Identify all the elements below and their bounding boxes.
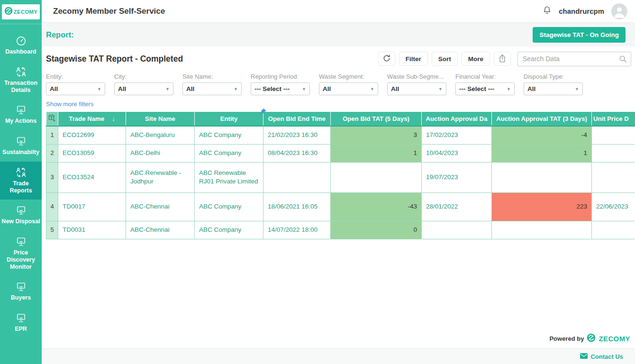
col-header-auction-approval-tat-3-days[interactable]: Auction Approval TAT (3 Days) [492,112,592,126]
select-value: All [527,85,535,92]
cell-open-bid-tat: -43 [331,192,422,221]
filter-group-waste-sub-segme: Waste Sub-Segme... All▼ [387,73,446,95]
table-row[interactable]: 2ECO13059ABC-DelhiABC Company08/04/2023 … [46,144,635,162]
monitor-icon [1,281,40,293]
people-icon [1,167,40,179]
powered-by-text: Powered by [549,335,584,342]
sidebar-item-label: Dashboard [1,48,40,55]
report-table-container: Trade Name↓Site NameEntityOpen Bid End T… [46,112,635,239]
select-columns-icon[interactable] [46,112,58,126]
entity-select[interactable]: All▼ [46,82,105,95]
waste-segment-select[interactable]: All▼ [319,82,378,95]
city-select[interactable]: All▼ [114,82,173,95]
cell-entity: ABC Company [195,144,263,162]
sidebar-item-new-disposal[interactable]: New Disposal [0,200,42,231]
export-button[interactable] [494,52,511,66]
people-icon [1,66,40,79]
footer-brand: ZECOMY [599,335,630,343]
gauge-icon [1,35,40,47]
cell-site-name: ABC-Chennai [126,221,195,239]
table-row[interactable]: 1ECO12699ABC-BengaluruABC Company21/02/2… [46,126,635,144]
row-number: 5 [46,221,58,239]
cell-entity: ABC Company [195,221,263,239]
cell-trade-name: TD0031 [58,221,126,239]
search-input[interactable] [517,52,631,66]
filter-label: Waste Sub-Segme... [387,73,446,80]
cell-auction-approval-date: 19/07/2023 [422,162,492,192]
user-name: chandrurcpm [559,7,604,15]
chevron-down-icon: ▼ [234,87,238,91]
cell-open-bid-end-time: 08/04/2023 16:30 [263,144,331,162]
sidebar-item-price-discovery-monitor[interactable]: Price Discovery Monitor [0,231,42,276]
financial-year-select[interactable]: --- Select ---▼ [455,82,515,95]
bottom-bar: Contact Us [42,348,635,364]
pin-icon[interactable] [258,107,267,118]
table-row[interactable]: 5TD0031ABC-ChennaiABC Company14/07/2022 … [46,221,635,239]
sidebar-item-trade-reports[interactable]: Trade Reports [0,162,42,200]
col-header-entity[interactable]: Entity [195,112,263,126]
cell-trade-name: ECO12699 [58,126,126,144]
zecomy-swirl-icon [4,7,13,17]
sidebar-item-label: EPR [1,326,40,333]
filter-label: Financial Year: [455,73,515,80]
report-strip: Report: Stagewise TAT - On Going [42,23,635,46]
monitor-icon [1,104,40,117]
header-right: chandrurcpm [543,3,627,19]
cell-trade-name: TD0017 [58,192,126,221]
cell-open-bid-tat: 3 [331,126,422,144]
sidebar-item-sustainabilty[interactable]: Sustainabilty [0,130,42,162]
title-row: Stagewise TAT Report - Completed Filter … [46,51,635,66]
table-row[interactable]: 4TD0017ABC-ChennaiABC Company18/06/2021 … [46,192,635,221]
top-header: Zecomy Member Self-Service chandrurcpm [42,0,635,23]
col-header-trade-name[interactable]: Trade Name↓ [58,112,126,126]
more-button[interactable]: More [462,52,490,66]
cell-auction-approval-date: 28/01/2022 [422,192,492,221]
report-content: Stagewise TAT Report - Completed Filter … [42,46,635,348]
sidebar-item-epr[interactable]: EPR [0,307,42,338]
show-more-filters-link[interactable]: Show more filters [46,100,93,108]
sidebar-nav: DashboardTransaction DetailsMy ActionsSu… [0,24,42,364]
cell-auction-approval-tat: -4 [492,126,592,144]
sidebar-item-transaction-details[interactable]: Transaction Details [0,61,42,100]
contact-us-link[interactable]: Contact Us [590,353,623,360]
sidebar-item-my-actions[interactable]: My Actions [0,99,42,130]
sidebar-item-label: New Disposal [1,218,40,225]
col-header-unit-price-d[interactable]: Unit Price D [592,112,635,126]
col-header-open-bid-end-time[interactable]: Open Bid End Time [263,112,331,126]
disposal-type-select[interactable]: All▼ [524,82,583,95]
sidebar-item-buyers[interactable]: Buyers [0,276,42,307]
table-row[interactable]: 3ECO13524ABC Renewable - JodhpurABC Rene… [46,162,635,192]
filter-button[interactable]: Filter [399,52,428,66]
cell-open-bid-end-time: 14/07/2022 18:00 [263,221,331,239]
select-value: All [118,85,126,92]
filter-group-financial-year: Financial Year: --- Select ---▼ [455,73,515,95]
col-header-site-name[interactable]: Site Name [126,112,195,126]
col-header-auction-approval-da[interactable]: Auction Approval Da [422,112,492,126]
monitor-icon [1,312,40,325]
notification-bell-icon[interactable] [543,5,552,18]
cell-unit-price-date [592,126,635,144]
sidebar-header: ZECOMY [0,0,42,24]
cell-open-bid-end-time [263,162,331,192]
table-clip: Trade Name↓Site NameEntityOpen Bid End T… [46,112,635,239]
site-name-select[interactable]: All▼ [182,82,242,95]
sidebar-item-dashboard[interactable]: Dashboard [0,30,42,61]
waste-sub-segme-select[interactable]: All▼ [387,82,446,95]
refresh-button[interactable] [378,52,395,66]
cell-auction-approval-tat [492,162,592,192]
cell-unit-price-date [592,144,635,162]
toolbar: Filter Sort More [378,52,631,66]
col-header-open-bid-tat-5-days[interactable]: Open Bid TAT (5 Days) [331,112,422,126]
app-logo[interactable]: ZECOMY [2,4,40,19]
cell-auction-approval-date: 17/02/2023 [422,126,492,144]
monitor-icon [1,205,40,217]
sort-button[interactable]: Sort [432,52,458,66]
avatar[interactable] [611,3,627,19]
search-icon [619,55,627,65]
stagewise-tat-ongoing-button[interactable]: Stagewise TAT - On Going [533,27,626,43]
reporting-period-select[interactable]: --- Select ---▼ [251,82,310,95]
cell-trade-name: ECO13524 [58,162,126,192]
filters-row: Entity: All▼City: All▼Site Name: All▼Rep… [46,73,635,95]
cell-open-bid-end-time: 18/06/2021 16:05 [263,192,331,221]
page-title: Stagewise TAT Report - Completed [46,54,183,64]
